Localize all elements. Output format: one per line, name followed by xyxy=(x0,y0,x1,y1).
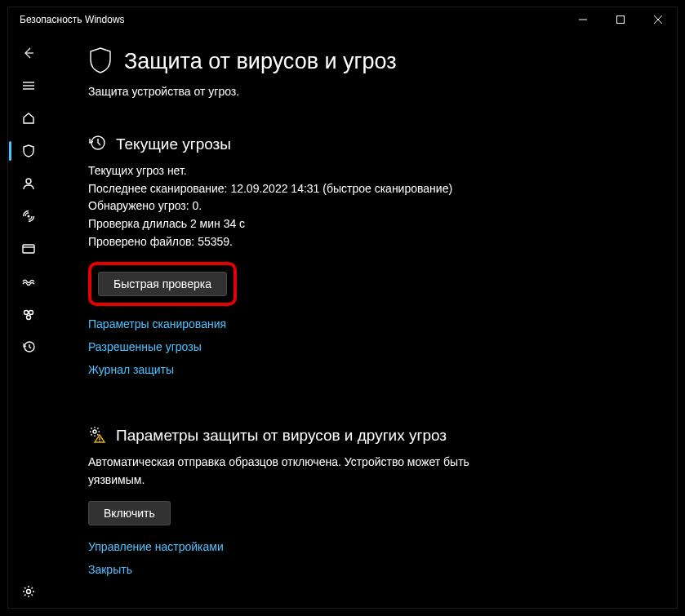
svg-point-16 xyxy=(27,590,31,594)
page-title: Защита от вирусов и угроз xyxy=(124,49,397,74)
threats-found: Обнаружено угроз: 0. xyxy=(88,197,644,215)
window-controls xyxy=(564,7,677,32)
menu-button[interactable] xyxy=(9,69,48,102)
protection-history-link[interactable]: Журнал защиты xyxy=(88,363,174,376)
sidebar-item-settings[interactable] xyxy=(9,575,48,608)
sidebar-item-virus-protection[interactable] xyxy=(9,135,48,167)
allowed-threats-link[interactable]: Разрешенные угрозы xyxy=(88,340,202,353)
scan-options-link[interactable]: Параметры сканирования xyxy=(88,317,226,330)
close-link[interactable]: Закрыть xyxy=(88,563,132,576)
sidebar xyxy=(8,32,49,608)
titlebar: Безопасность Windows xyxy=(8,7,677,32)
svg-point-13 xyxy=(29,311,33,315)
sidebar-item-firewall[interactable] xyxy=(9,200,48,233)
svg-point-9 xyxy=(28,215,30,218)
maximize-button[interactable] xyxy=(602,7,639,32)
threats-section-header: Текущие угрозы xyxy=(88,134,644,154)
page-subtitle: Защита устройства от угроз. xyxy=(88,85,644,98)
svg-point-20 xyxy=(99,441,100,442)
quick-scan-highlight: Быстрая проверка xyxy=(88,262,237,306)
content-area: Защита от вирусов и угроз Защита устройс… xyxy=(49,32,677,608)
svg-rect-1 xyxy=(617,16,625,24)
sidebar-item-home[interactable] xyxy=(9,102,48,135)
quick-scan-button[interactable]: Быстрая проверка xyxy=(98,272,227,296)
threats-section-title: Текущие угрозы xyxy=(116,135,231,153)
page-header: Защита от вирусов и угроз xyxy=(88,47,644,77)
window-title: Безопасность Windows xyxy=(20,14,564,25)
sidebar-item-device-performance[interactable] xyxy=(9,298,48,330)
manage-settings-link[interactable]: Управление настройками xyxy=(88,540,224,553)
svg-point-18 xyxy=(93,430,96,433)
settings-section-title: Параметры защиты от вирусов и других угр… xyxy=(116,427,447,445)
window: Безопасность Windows xyxy=(7,7,678,609)
settings-section-header: Параметры защиты от вирусов и других угр… xyxy=(88,425,644,445)
svg-point-8 xyxy=(26,179,31,184)
svg-point-14 xyxy=(27,316,31,320)
minimize-button[interactable] xyxy=(564,7,602,32)
svg-point-12 xyxy=(24,311,29,315)
shield-icon xyxy=(88,47,113,77)
sidebar-item-device-security[interactable] xyxy=(9,265,48,298)
sidebar-item-protection-history[interactable] xyxy=(9,330,48,363)
threats-status: Текущих угроз нет. xyxy=(88,162,644,180)
enable-button[interactable]: Включить xyxy=(88,501,171,525)
gear-warning-icon xyxy=(88,425,106,445)
sidebar-item-app-browser-control[interactable] xyxy=(9,233,48,265)
back-button[interactable] xyxy=(9,37,48,69)
threats-files: Проверено файлов: 55359. xyxy=(88,233,644,251)
history-icon xyxy=(88,134,106,154)
settings-warning: Автоматическая отправка образцов отключе… xyxy=(88,454,513,489)
svg-rect-10 xyxy=(23,245,34,253)
sidebar-item-account-protection[interactable] xyxy=(9,167,48,200)
threats-last-scan: Последнее сканирование: 12.09.2022 14:31… xyxy=(88,180,644,198)
close-button[interactable] xyxy=(639,7,677,32)
threats-duration: Проверка длилась 2 мин 34 с xyxy=(88,215,644,233)
